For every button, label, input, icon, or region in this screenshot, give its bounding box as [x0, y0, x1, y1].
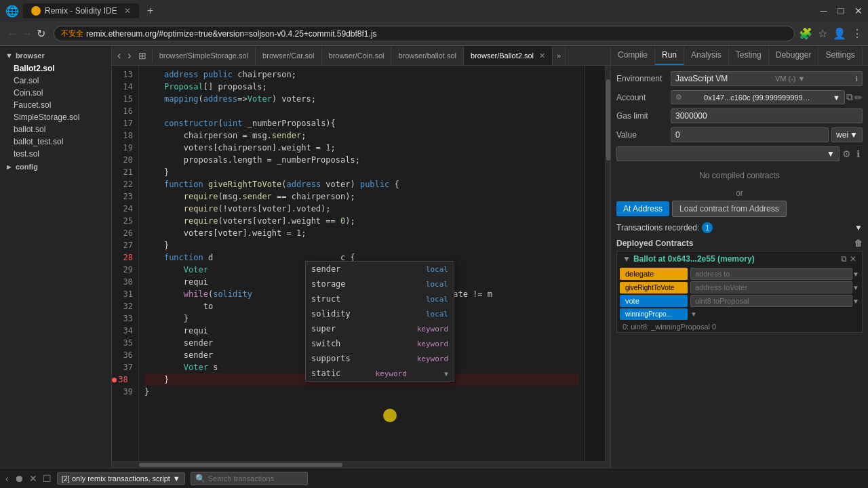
back-tx-btn[interactable]: ‹	[5, 473, 9, 484]
contract-select[interactable]: ▼	[616, 146, 840, 161]
tab-testing[interactable]: Testing	[729, 46, 769, 65]
minimize-btn[interactable]: ─	[821, 5, 827, 16]
contract-expand-arrow[interactable]: ▼	[623, 254, 631, 264]
right-panel: Compile Run Analysis Testing Debugger Se…	[610, 46, 868, 468]
deployed-trash-icon[interactable]: 🗑	[854, 239, 863, 248]
copy-account-icon[interactable]: ⧉	[846, 92, 853, 103]
url-box[interactable]: 不安全 remix.ethereum.org/#optimize=true&ve…	[54, 26, 795, 41]
or-label: or	[616, 188, 863, 198]
ac-item-supports[interactable]: supports keyword	[306, 351, 454, 366]
tab-debugger[interactable]: Debugger	[769, 46, 819, 65]
browser-tab[interactable]: Remix - Solidity IDE ✕	[23, 3, 139, 18]
giverightovote-btn[interactable]: giveRightToVote	[620, 282, 688, 293]
ac-item-storage[interactable]: storage local	[306, 277, 454, 291]
at-address-btn[interactable]: At Address	[616, 201, 669, 216]
extensions-icon[interactable]: 🧩	[799, 27, 812, 40]
editor-forward-btn[interactable]: ›	[125, 48, 134, 63]
vote-input[interactable]	[690, 295, 852, 307]
delegate-expand[interactable]: ▼	[852, 270, 859, 278]
code-line-19: voters[chairperson].weight = 1;	[144, 142, 579, 154]
profile-icon[interactable]: 👤	[833, 27, 846, 40]
gas-limit-input[interactable]	[671, 108, 863, 123]
tab-analysis[interactable]: Analysis	[684, 46, 729, 65]
ac-item-solidity[interactable]: solidity local	[306, 306, 454, 321]
ac-item-switch[interactable]: switch keyword	[306, 336, 454, 351]
environment-info[interactable]: ℹ	[855, 75, 858, 83]
sidebar-item-ballot2[interactable]: Ballot2.sol	[0, 62, 111, 75]
record-btn[interactable]: ⏺	[14, 473, 24, 484]
tab-more[interactable]: »	[553, 46, 566, 65]
clear-btn[interactable]: ✕	[29, 473, 37, 484]
copy-contract-icon[interactable]: ⧉	[841, 254, 847, 264]
sidebar-item-simplestorage[interactable]: SimpleStorage.sol	[0, 111, 111, 123]
tab-run[interactable]: Run	[655, 46, 684, 65]
edit-account-icon[interactable]: ✏	[854, 92, 863, 103]
value-input[interactable]	[671, 127, 829, 142]
sidebar-item-faucet[interactable]: Faucet.sol	[0, 99, 111, 111]
giveright-input[interactable]	[690, 281, 852, 293]
new-tab-btn[interactable]: +	[143, 3, 157, 18]
winning-btn[interactable]: winningPropo...	[620, 308, 688, 320]
vote-btn[interactable]: vote	[620, 295, 688, 307]
tab-close-btn[interactable]: ✕	[539, 52, 545, 60]
value-unit[interactable]: wei ▼	[831, 127, 863, 142]
tab-ballot[interactable]: browser/ballot.sol	[391, 46, 464, 65]
editor-split-btn[interactable]: ⊞	[136, 49, 149, 62]
browser-section[interactable]: ▼ browser	[0, 49, 111, 62]
remove-contract-icon[interactable]: ✕	[850, 254, 856, 264]
menu-icon[interactable]: ⋮	[852, 27, 863, 40]
tx-filter-dropdown[interactable]: [2] only remix transactions, script ▼	[57, 472, 185, 485]
autocomplete-dropdown[interactable]: sender local storage local struct local …	[305, 261, 454, 382]
back-btn[interactable]: ←	[5, 26, 19, 41]
tab-close[interactable]: ✕	[124, 6, 131, 16]
file-sidebar: ▼ browser Ballot2.sol Car.sol Coin.sol F…	[0, 46, 112, 468]
tab-car[interactable]: browser/Car.sol	[256, 46, 321, 65]
checkbox-input[interactable]: ☐	[43, 473, 52, 484]
tab-settings[interactable]: Settings	[818, 46, 862, 65]
vote-expand[interactable]: ▼	[852, 298, 859, 305]
close-btn[interactable]: ✕	[854, 5, 863, 16]
tab-support[interactable]: Support	[863, 46, 868, 65]
editor-back-btn[interactable]: ‹	[115, 48, 123, 63]
sidebar-item-ballot-test[interactable]: ballot_test.sol	[0, 136, 111, 148]
code-line-16	[144, 105, 579, 117]
account-value[interactable]: ⚙ 0x147...c160c (99.9999999999993079... …	[671, 90, 845, 104]
vertical-scrollbar[interactable]	[605, 66, 610, 461]
tab-coin[interactable]: browser/Coin.sol	[322, 46, 392, 65]
load-contract-btn[interactable]: Load contract from Address	[672, 201, 787, 217]
tab-simplestorage[interactable]: browser/SimpleStorage.sol	[153, 46, 256, 65]
winning-expand[interactable]: ▼	[690, 310, 697, 318]
ac-item-super[interactable]: super keyword	[306, 321, 454, 336]
config-section[interactable]: ► config	[0, 160, 111, 174]
ac-item-struct[interactable]: struct local	[306, 291, 454, 306]
bookmark-icon[interactable]: ☆	[818, 27, 827, 40]
sidebar-item-coin[interactable]: Coin.sol	[0, 87, 111, 99]
account-row: Account ⚙ 0x147...c160c (99.999999999999…	[616, 90, 863, 104]
giveright-expand[interactable]: ▼	[852, 284, 859, 291]
environment-value[interactable]: JavaScript VM VM (-) ▼ ℹ	[671, 71, 863, 86]
sidebar-item-car[interactable]: Car.sol	[0, 75, 111, 87]
sidebar-item-test[interactable]: test.sol	[0, 148, 111, 160]
delegate-btn[interactable]: delegate	[620, 268, 688, 280]
refresh-btn[interactable]: ↻	[35, 26, 47, 41]
search-input[interactable]	[208, 474, 303, 483]
horizontal-scrollbar[interactable]	[112, 461, 610, 468]
ac-item-sender[interactable]: sender local	[306, 262, 454, 277]
transactions-expand[interactable]: ▼	[854, 223, 863, 232]
search-transactions-box[interactable]: 🔍	[191, 472, 308, 485]
browser-arrow: ▼	[5, 52, 13, 60]
contract-icon-1[interactable]: ⚙	[840, 147, 854, 161]
forward-btn[interactable]: →	[20, 26, 34, 41]
delegate-input[interactable]	[690, 268, 852, 280]
code-line-25: require(voters[voter].weight == 0);	[144, 215, 579, 227]
deployed-contracts: Deployed Contracts 🗑 ▼ Ballot at 0x643..…	[616, 239, 863, 333]
window-controls: ─ □ ✕	[821, 5, 863, 16]
tab-ballot2[interactable]: browser/Ballot2.sol ✕	[464, 46, 553, 65]
security-warning: 不安全	[61, 28, 83, 39]
tab-compile[interactable]: Compile	[611, 46, 655, 65]
sidebar-item-ballot[interactable]: ballot.sol	[0, 123, 111, 136]
ac-item-static[interactable]: static keyword ▼	[306, 366, 454, 381]
maximize-btn[interactable]: □	[838, 5, 844, 16]
code-line-22: function giveRightToVote(address voter) …	[144, 178, 579, 190]
contract-icon-2[interactable]: ℹ	[854, 147, 863, 161]
